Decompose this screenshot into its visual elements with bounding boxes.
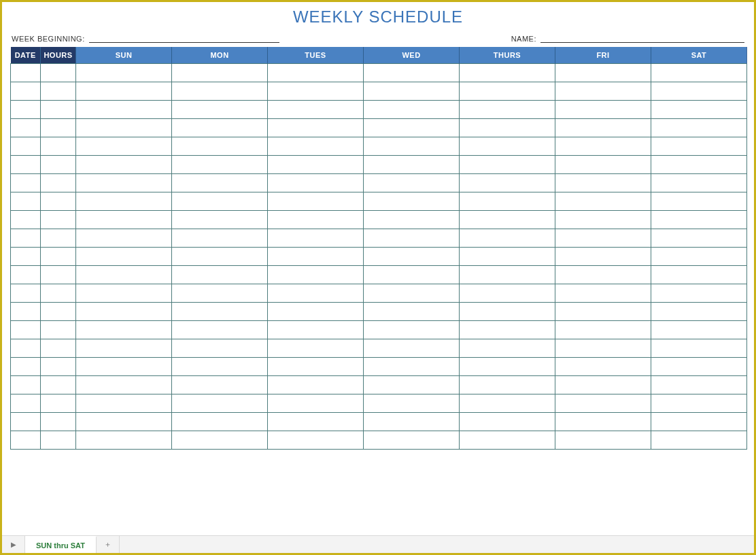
cell[interactable] (460, 339, 555, 358)
cell[interactable] (172, 192, 268, 211)
cell[interactable] (76, 413, 172, 431)
cell[interactable] (364, 82, 460, 101)
cell[interactable] (268, 376, 364, 394)
cell[interactable] (41, 266, 76, 284)
cell[interactable] (651, 266, 747, 284)
cell[interactable] (41, 137, 76, 156)
cell[interactable] (364, 339, 460, 358)
cell[interactable] (460, 174, 555, 192)
cell[interactable] (172, 101, 268, 119)
cell[interactable] (41, 174, 76, 192)
cell[interactable] (555, 229, 651, 248)
cell[interactable] (172, 174, 268, 192)
cell[interactable] (172, 339, 268, 358)
cell[interactable] (555, 394, 651, 413)
cell[interactable] (364, 174, 460, 192)
cell[interactable] (651, 156, 747, 174)
cell[interactable] (268, 101, 364, 119)
cell[interactable] (172, 284, 268, 303)
cell[interactable] (651, 192, 747, 211)
cell[interactable] (172, 211, 268, 229)
cell[interactable] (76, 339, 172, 358)
cell[interactable] (555, 119, 651, 137)
cell[interactable] (11, 321, 41, 339)
cell[interactable] (460, 229, 555, 248)
cell[interactable] (364, 119, 460, 137)
cell[interactable] (172, 321, 268, 339)
cell[interactable] (76, 248, 172, 266)
cell[interactable] (41, 101, 76, 119)
cell[interactable] (651, 376, 747, 394)
cell[interactable] (76, 358, 172, 376)
cell[interactable] (268, 174, 364, 192)
cell[interactable] (268, 358, 364, 376)
cell[interactable] (268, 248, 364, 266)
cell[interactable] (41, 211, 76, 229)
cell[interactable] (364, 303, 460, 321)
cell[interactable] (76, 192, 172, 211)
cell[interactable] (268, 321, 364, 339)
cell[interactable] (460, 119, 555, 137)
cell[interactable] (76, 431, 172, 450)
cell[interactable] (76, 266, 172, 284)
cell[interactable] (555, 82, 651, 101)
cell[interactable] (651, 137, 747, 156)
cell[interactable] (76, 394, 172, 413)
cell[interactable] (268, 82, 364, 101)
cell[interactable] (364, 192, 460, 211)
cell[interactable] (41, 413, 76, 431)
sheet-tab-active[interactable]: SUN thru SAT (25, 536, 97, 553)
cell[interactable] (651, 101, 747, 119)
cell[interactable] (41, 394, 76, 413)
cell[interactable] (555, 101, 651, 119)
cell[interactable] (76, 156, 172, 174)
cell[interactable] (41, 376, 76, 394)
cell[interactable] (651, 119, 747, 137)
cell[interactable] (268, 192, 364, 211)
cell[interactable] (651, 413, 747, 431)
cell[interactable] (651, 303, 747, 321)
cell[interactable] (76, 284, 172, 303)
cell[interactable] (172, 229, 268, 248)
cell[interactable] (172, 358, 268, 376)
cell[interactable] (172, 266, 268, 284)
cell[interactable] (11, 248, 41, 266)
cell[interactable] (76, 82, 172, 101)
cell[interactable] (268, 156, 364, 174)
cell[interactable] (268, 119, 364, 137)
cell[interactable] (11, 101, 41, 119)
cell[interactable] (11, 174, 41, 192)
cell[interactable] (555, 358, 651, 376)
cell[interactable] (460, 248, 555, 266)
cell[interactable] (460, 376, 555, 394)
cell[interactable] (651, 394, 747, 413)
cell[interactable] (11, 376, 41, 394)
cell[interactable] (364, 284, 460, 303)
cell[interactable] (555, 156, 651, 174)
cell[interactable] (460, 156, 555, 174)
cell[interactable] (460, 284, 555, 303)
cell[interactable] (555, 284, 651, 303)
cell[interactable] (364, 101, 460, 119)
cell[interactable] (268, 284, 364, 303)
cell[interactable] (364, 321, 460, 339)
cell[interactable] (172, 394, 268, 413)
cell[interactable] (364, 431, 460, 450)
cell[interactable] (651, 358, 747, 376)
cell[interactable] (555, 266, 651, 284)
cell[interactable] (11, 266, 41, 284)
week-beginning-input-line[interactable] (89, 33, 279, 43)
cell[interactable] (651, 284, 747, 303)
cell[interactable] (76, 211, 172, 229)
cell[interactable] (651, 229, 747, 248)
cell[interactable] (76, 303, 172, 321)
cell[interactable] (555, 413, 651, 431)
tab-nav-button[interactable]: ▶ (2, 536, 25, 553)
cell[interactable] (172, 82, 268, 101)
cell[interactable] (460, 431, 555, 450)
cell[interactable] (651, 339, 747, 358)
cell[interactable] (268, 413, 364, 431)
cell[interactable] (172, 137, 268, 156)
cell[interactable] (460, 413, 555, 431)
cell[interactable] (172, 303, 268, 321)
